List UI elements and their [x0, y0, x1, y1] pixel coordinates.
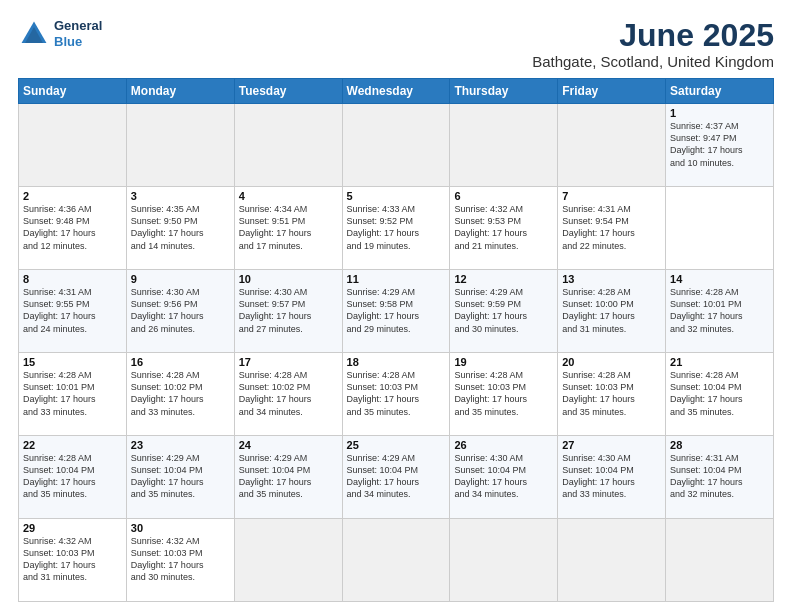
calendar-day-8: 8Sunrise: 4:31 AMSunset: 9:55 PMDaylight… — [19, 270, 127, 353]
calendar-day-1: 1Sunrise: 4:37 AMSunset: 9:47 PMDaylight… — [666, 104, 774, 187]
day-detail: Sunrise: 4:32 AMSunset: 10:03 PMDaylight… — [23, 536, 96, 582]
day-header-sunday: Sunday — [19, 79, 127, 104]
empty-cell — [126, 104, 234, 187]
calendar-day-21: 21Sunrise: 4:28 AMSunset: 10:04 PMDaylig… — [666, 353, 774, 436]
day-detail: Sunrise: 4:30 AMSunset: 10:04 PMDaylight… — [454, 453, 527, 499]
logo-line2: Blue — [54, 34, 102, 50]
empty-cell — [558, 104, 666, 187]
day-detail: Sunrise: 4:32 AMSunset: 9:53 PMDaylight:… — [454, 204, 527, 250]
day-num: 4 — [239, 190, 338, 202]
day-detail: Sunrise: 4:35 AMSunset: 9:50 PMDaylight:… — [131, 204, 204, 250]
day-header-monday: Monday — [126, 79, 234, 104]
day-num: 27 — [562, 439, 661, 451]
day-num: 11 — [347, 273, 446, 285]
calendar-day-29: 29Sunrise: 4:32 AMSunset: 10:03 PMDaylig… — [19, 519, 127, 602]
calendar-week-3: 15Sunrise: 4:28 AMSunset: 10:01 PMDaylig… — [19, 353, 774, 436]
logo-line1: General — [54, 18, 102, 34]
calendar-day-16: 16Sunrise: 4:28 AMSunset: 10:02 PMDaylig… — [126, 353, 234, 436]
day-num: 7 — [562, 190, 661, 202]
day-detail: Sunrise: 4:28 AMSunset: 10:00 PMDaylight… — [562, 287, 635, 333]
main-title: June 2025 — [532, 18, 774, 53]
day-header-friday: Friday — [558, 79, 666, 104]
calendar-day-26: 26Sunrise: 4:30 AMSunset: 10:04 PMDaylig… — [450, 436, 558, 519]
day-num: 15 — [23, 356, 122, 368]
day-num: 25 — [347, 439, 446, 451]
day-detail: Sunrise: 4:28 AMSunset: 10:02 PMDaylight… — [239, 370, 312, 416]
day-num: 5 — [347, 190, 446, 202]
calendar-day-5: 5Sunrise: 4:33 AMSunset: 9:52 PMDaylight… — [342, 187, 450, 270]
day-num: 28 — [670, 439, 769, 451]
day-detail: Sunrise: 4:30 AMSunset: 10:04 PMDaylight… — [562, 453, 635, 499]
day-num: 3 — [131, 190, 230, 202]
logo-text: General Blue — [54, 18, 102, 49]
day-detail: Sunrise: 4:28 AMSunset: 10:01 PMDaylight… — [670, 287, 743, 333]
day-num: 6 — [454, 190, 553, 202]
day-detail: Sunrise: 4:28 AMSunset: 10:01 PMDaylight… — [23, 370, 96, 416]
day-detail: Sunrise: 4:30 AMSunset: 9:57 PMDaylight:… — [239, 287, 312, 333]
day-detail: Sunrise: 4:29 AMSunset: 10:04 PMDaylight… — [347, 453, 420, 499]
day-num: 1 — [670, 107, 769, 119]
day-num: 9 — [131, 273, 230, 285]
empty-cell — [558, 519, 666, 602]
day-num: 18 — [347, 356, 446, 368]
calendar-day-4: 4Sunrise: 4:34 AMSunset: 9:51 PMDaylight… — [234, 187, 342, 270]
calendar-day-10: 10Sunrise: 4:30 AMSunset: 9:57 PMDayligh… — [234, 270, 342, 353]
calendar-day-12: 12Sunrise: 4:29 AMSunset: 9:59 PMDayligh… — [450, 270, 558, 353]
title-block: June 2025 Bathgate, Scotland, United Kin… — [532, 18, 774, 70]
calendar-day-13: 13Sunrise: 4:28 AMSunset: 10:00 PMDaylig… — [558, 270, 666, 353]
day-detail: Sunrise: 4:28 AMSunset: 10:03 PMDaylight… — [454, 370, 527, 416]
calendar-day-27: 27Sunrise: 4:30 AMSunset: 10:04 PMDaylig… — [558, 436, 666, 519]
day-detail: Sunrise: 4:33 AMSunset: 9:52 PMDaylight:… — [347, 204, 420, 250]
day-num: 8 — [23, 273, 122, 285]
day-header-tuesday: Tuesday — [234, 79, 342, 104]
day-num: 23 — [131, 439, 230, 451]
calendar-week-0: 1Sunrise: 4:37 AMSunset: 9:47 PMDaylight… — [19, 104, 774, 187]
calendar-day-3: 3Sunrise: 4:35 AMSunset: 9:50 PMDaylight… — [126, 187, 234, 270]
day-detail: Sunrise: 4:31 AMSunset: 10:04 PMDaylight… — [670, 453, 743, 499]
day-num: 22 — [23, 439, 122, 451]
day-num: 16 — [131, 356, 230, 368]
day-detail: Sunrise: 4:34 AMSunset: 9:51 PMDaylight:… — [239, 204, 312, 250]
empty-cell — [450, 104, 558, 187]
calendar-day-14: 14Sunrise: 4:28 AMSunset: 10:01 PMDaylig… — [666, 270, 774, 353]
header: General Blue June 2025 Bathgate, Scotlan… — [18, 18, 774, 70]
calendar-week-1: 2Sunrise: 4:36 AMSunset: 9:48 PMDaylight… — [19, 187, 774, 270]
calendar-week-4: 22Sunrise: 4:28 AMSunset: 10:04 PMDaylig… — [19, 436, 774, 519]
calendar-day-17: 17Sunrise: 4:28 AMSunset: 10:02 PMDaylig… — [234, 353, 342, 436]
day-num: 24 — [239, 439, 338, 451]
day-detail: Sunrise: 4:29 AMSunset: 10:04 PMDaylight… — [239, 453, 312, 499]
day-header-thursday: Thursday — [450, 79, 558, 104]
page: General Blue June 2025 Bathgate, Scotlan… — [0, 0, 792, 612]
calendar-header-row: SundayMondayTuesdayWednesdayThursdayFrid… — [19, 79, 774, 104]
empty-cell — [666, 519, 774, 602]
day-num: 13 — [562, 273, 661, 285]
day-num: 19 — [454, 356, 553, 368]
empty-cell — [234, 104, 342, 187]
calendar-day-7: 7Sunrise: 4:31 AMSunset: 9:54 PMDaylight… — [558, 187, 666, 270]
calendar-week-2: 8Sunrise: 4:31 AMSunset: 9:55 PMDaylight… — [19, 270, 774, 353]
day-detail: Sunrise: 4:31 AMSunset: 9:55 PMDaylight:… — [23, 287, 96, 333]
day-header-saturday: Saturday — [666, 79, 774, 104]
day-detail: Sunrise: 4:30 AMSunset: 9:56 PMDaylight:… — [131, 287, 204, 333]
day-detail: Sunrise: 4:29 AMSunset: 9:59 PMDaylight:… — [454, 287, 527, 333]
calendar-day-11: 11Sunrise: 4:29 AMSunset: 9:58 PMDayligh… — [342, 270, 450, 353]
day-detail: Sunrise: 4:36 AMSunset: 9:48 PMDaylight:… — [23, 204, 96, 250]
calendar-day-28: 28Sunrise: 4:31 AMSunset: 10:04 PMDaylig… — [666, 436, 774, 519]
day-detail: Sunrise: 4:32 AMSunset: 10:03 PMDaylight… — [131, 536, 204, 582]
empty-cell — [342, 104, 450, 187]
calendar-day-2: 2Sunrise: 4:36 AMSunset: 9:48 PMDaylight… — [19, 187, 127, 270]
day-num: 10 — [239, 273, 338, 285]
calendar-day-19: 19Sunrise: 4:28 AMSunset: 10:03 PMDaylig… — [450, 353, 558, 436]
calendar-day-25: 25Sunrise: 4:29 AMSunset: 10:04 PMDaylig… — [342, 436, 450, 519]
day-header-wednesday: Wednesday — [342, 79, 450, 104]
calendar-day-22: 22Sunrise: 4:28 AMSunset: 10:04 PMDaylig… — [19, 436, 127, 519]
calendar-day-30: 30Sunrise: 4:32 AMSunset: 10:03 PMDaylig… — [126, 519, 234, 602]
calendar-day-15: 15Sunrise: 4:28 AMSunset: 10:01 PMDaylig… — [19, 353, 127, 436]
day-num: 29 — [23, 522, 122, 534]
logo-icon — [18, 18, 50, 50]
logo: General Blue — [18, 18, 102, 50]
calendar-day-9: 9Sunrise: 4:30 AMSunset: 9:56 PMDaylight… — [126, 270, 234, 353]
day-detail: Sunrise: 4:37 AMSunset: 9:47 PMDaylight:… — [670, 121, 743, 167]
day-detail: Sunrise: 4:31 AMSunset: 9:54 PMDaylight:… — [562, 204, 635, 250]
day-num: 30 — [131, 522, 230, 534]
